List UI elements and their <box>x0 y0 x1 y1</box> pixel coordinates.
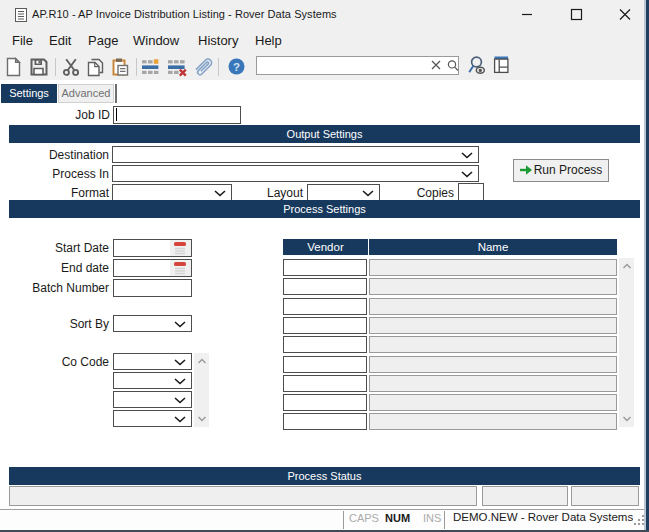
svg-text:?: ? <box>233 61 240 73</box>
